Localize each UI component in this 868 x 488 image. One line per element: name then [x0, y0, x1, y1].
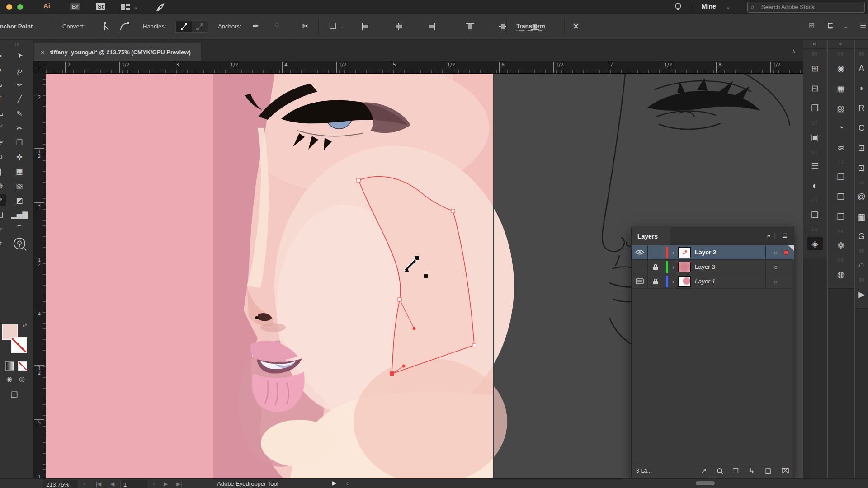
- dock-panel-icon[interactable]: ⊑: [827, 21, 833, 30]
- panel-grip[interactable]: ⣿⣿: [807, 150, 823, 153]
- shape-builder-tool[interactable]: ◩: [14, 194, 25, 206]
- flattener-panel-icon[interactable]: ⊡: [854, 161, 868, 174]
- panel-grip[interactable]: ⣿⣿: [833, 258, 849, 261]
- scroll-left-icon[interactable]: ‹: [346, 479, 349, 487]
- lasso-tool[interactable]: ℘: [14, 64, 25, 76]
- brushes-panel-icon[interactable]: ❒: [833, 170, 849, 183]
- navigator-panel-icon[interactable]: ◍: [833, 267, 849, 281]
- align-panel-icon[interactable]: ⊟: [807, 81, 823, 95]
- reflect-tool-partial[interactable]: ↻: [0, 151, 6, 163]
- panel-grip[interactable]: ⣿⣿: [807, 52, 823, 55]
- rectangle-tool-partial[interactable]: ▭: [0, 108, 6, 119]
- layer-name[interactable]: Layer 1: [695, 278, 794, 285]
- layer-row-layer-2[interactable]: › Layer 2 ○: [632, 245, 794, 260]
- transform-link[interactable]: Transform: [516, 23, 545, 31]
- magic-wand-tool-partial[interactable]: ✦: [0, 64, 6, 76]
- scrollbar-up-icon[interactable]: ∧: [792, 48, 796, 54]
- symbol-tools-panel-icon[interactable]: ❁: [833, 239, 849, 252]
- mesh-tool[interactable]: ▧: [14, 180, 25, 192]
- layer-thumbnail[interactable]: [678, 247, 691, 258]
- transparency-panel-icon[interactable]: ◐: [807, 179, 823, 192]
- paragraph-panel-icon[interactable]: ◗: [854, 81, 868, 95]
- document-tab[interactable]: × tiffany_young.ai* @ 213.75% (CMYK/GPU …: [34, 43, 201, 61]
- free-transform-icon[interactable]: ✕: [572, 21, 580, 32]
- align-center-icon[interactable]: [394, 23, 403, 30]
- color-panel-icon[interactable]: ◉: [833, 61, 849, 75]
- opentype-panel-icon[interactable]: R: [854, 101, 868, 115]
- panel-grip[interactable]: ⣿⣿: [833, 52, 849, 55]
- character-panel-icon[interactable]: A: [854, 61, 868, 75]
- artboards-panel-icon[interactable]: ❏: [807, 208, 823, 221]
- workspace-chevron-icon[interactable]: ⌄: [844, 23, 848, 29]
- next-artboard-icon[interactable]: ▶: [164, 481, 168, 487]
- vertical-ruler[interactable]: 21 231 241 251 2: [33, 74, 46, 478]
- layer-name[interactable]: Layer 3: [695, 263, 794, 270]
- panel-grip[interactable]: ⣿⣿: [807, 228, 823, 230]
- screen-mode-icon[interactable]: ❐: [11, 390, 18, 400]
- layout-chevron-icon[interactable]: ⌄: [134, 4, 138, 10]
- graphic-styles-panel-icon[interactable]: ❒: [833, 210, 849, 223]
- visibility-cell[interactable]: [632, 245, 648, 260]
- symbol-sprayer-tool-partial[interactable]: ❉: [0, 180, 6, 192]
- illustrator-app-icon[interactable]: Ai: [43, 2, 50, 9]
- panel-grip[interactable]: ⣿⣿: [854, 52, 868, 55]
- zoom-chevron-icon[interactable]: ⌄: [82, 481, 86, 486]
- direct-selection-tool-partial[interactable]: ➤: [0, 50, 6, 61]
- stock-app-icon[interactable]: St: [96, 3, 105, 10]
- target-circle-icon[interactable]: ○: [774, 278, 778, 285]
- selection-color-square[interactable]: [784, 250, 788, 255]
- layout-icon[interactable]: [121, 4, 130, 10]
- new-sublayer-icon[interactable]: ↳: [749, 467, 755, 475]
- image-trace-panel-icon[interactable]: ▣: [854, 210, 868, 223]
- connect-anchors-icon[interactable]: ⁘: [274, 21, 280, 30]
- layers-panel-icon[interactable]: ◈: [807, 237, 823, 250]
- pen-tool[interactable]: ✒: [14, 79, 25, 90]
- collect-for-export-icon[interactable]: ↗: [701, 467, 707, 475]
- adobe-stock-search-input[interactable]: Search Adobe Stock: [747, 2, 865, 13]
- menu-list-icon[interactable]: ☰: [860, 21, 866, 30]
- draw-behind-mode-icon[interactable]: ◎: [19, 375, 25, 383]
- status-menu-arrow-icon[interactable]: ▶: [332, 480, 336, 486]
- hand-tool-partial[interactable]: ☞: [0, 223, 6, 235]
- color-guide-panel-icon[interactable]: ◔: [833, 121, 849, 135]
- shaper-tool[interactable]: ✜: [14, 151, 25, 163]
- target-circle-icon[interactable]: ○: [774, 263, 778, 271]
- layer-row-layer-3[interactable]: › Layer 3 ○: [632, 260, 794, 274]
- panel-grip[interactable]: ⣿⣿: [854, 249, 868, 252]
- cut-path-icon[interactable]: ✂: [302, 21, 309, 31]
- expand-layer-icon[interactable]: ›: [668, 263, 678, 271]
- artboard-number-field[interactable]: 1: [120, 480, 148, 488]
- delete-selection-icon[interactable]: ⌧: [782, 467, 789, 475]
- panel-grip[interactable]: ⣿⣿: [833, 161, 849, 164]
- panel-menu-icon[interactable]: ≣: [782, 231, 788, 239]
- swap-fill-stroke-icon[interactable]: ⇄: [23, 322, 27, 328]
- lock-cell[interactable]: [648, 260, 663, 274]
- artboard-chevron-icon[interactable]: ⌄: [152, 481, 156, 486]
- stroke-color-swatch[interactable]: [11, 337, 27, 353]
- isolate-chevron-icon[interactable]: ⌄: [340, 24, 344, 30]
- panel-grip[interactable]: ⣿⣿: [854, 278, 868, 281]
- slice-tool-partial[interactable]: ⌗: [0, 238, 6, 249]
- free-transform-tool[interactable]: ❐: [14, 136, 25, 148]
- convert-corner-icon[interactable]: [100, 21, 110, 32]
- align-top-icon[interactable]: [466, 23, 475, 30]
- last-artboard-icon[interactable]: ▶|: [176, 481, 182, 487]
- panel-grip[interactable]: ⣿⣿: [807, 121, 823, 124]
- make-clipping-mask-icon[interactable]: ❐: [732, 467, 738, 475]
- workspace-grid-icon[interactable]: ⊞: [808, 21, 814, 30]
- toolbar-grip[interactable]: ⠿⠿: [0, 43, 33, 47]
- bridge-app-icon[interactable]: Br: [70, 3, 80, 10]
- eyedropper-tool[interactable]: ✐: [0, 194, 6, 206]
- css-panel-icon[interactable]: C: [854, 121, 868, 135]
- lock-cell[interactable]: [648, 274, 663, 289]
- 3d-panel-icon[interactable]: ▣: [807, 130, 823, 144]
- ruler-origin-box[interactable]: [33, 61, 46, 74]
- layer-row-layer-1[interactable]: › Layer 1 ○: [632, 274, 794, 289]
- layer-thumbnail[interactable]: [678, 276, 691, 287]
- close-tab-icon[interactable]: ×: [41, 48, 45, 56]
- locate-object-icon[interactable]: [717, 468, 722, 473]
- symbols-panel-icon[interactable]: ❒: [833, 190, 849, 203]
- isolate-object-icon[interactable]: ❏: [329, 21, 336, 31]
- selection-panel-icon[interactable]: ◌: [854, 258, 868, 272]
- zoom-tool[interactable]: ⚲: [14, 238, 25, 249]
